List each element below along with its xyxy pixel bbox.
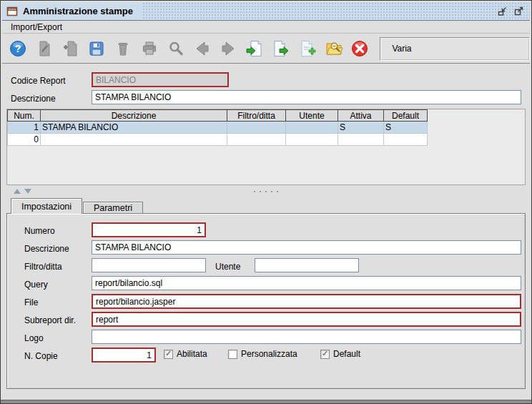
query-field[interactable] bbox=[92, 276, 521, 290]
abilitata-checkbox-label: Abilitata bbox=[177, 349, 207, 359]
search-button[interactable] bbox=[166, 39, 186, 59]
frame-bottom-border bbox=[1, 400, 531, 403]
exit-button[interactable] bbox=[350, 39, 370, 59]
subreport-dir-field[interactable] bbox=[92, 312, 521, 327]
n-copie-field[interactable] bbox=[92, 348, 156, 363]
status-box: Varia bbox=[380, 37, 530, 61]
maximize-icon[interactable] bbox=[512, 5, 524, 17]
file-field[interactable] bbox=[92, 294, 521, 309]
print-button[interactable] bbox=[139, 39, 159, 59]
personalizzata-checkbox-label: Personalizzata bbox=[241, 349, 297, 359]
column-header-utente[interactable]: Utente bbox=[286, 110, 338, 122]
save-button[interactable] bbox=[87, 39, 107, 59]
personalizzata-checkbox[interactable]: Personalizzata bbox=[228, 349, 297, 359]
codice-report-label: Codice Report bbox=[11, 76, 66, 86]
numero-field[interactable] bbox=[92, 222, 206, 237]
next-button[interactable] bbox=[219, 39, 239, 59]
checkbox-icon bbox=[228, 350, 237, 359]
checkbox-icon bbox=[320, 350, 330, 359]
column-header-descrizione[interactable]: Descrizione bbox=[41, 110, 227, 122]
internal-frame: Amministrazione stampe Import/Export bbox=[0, 0, 532, 404]
menu-bar: Import/Export bbox=[2, 21, 530, 34]
descrizione-field[interactable] bbox=[92, 240, 521, 255]
add-report-button[interactable] bbox=[297, 39, 317, 59]
subreport-dir-label: Subreport dir. bbox=[24, 315, 76, 325]
n-copie-label: N. Copie bbox=[24, 351, 58, 361]
filtro-ditta-field[interactable] bbox=[92, 258, 206, 272]
default-checkbox[interactable]: Default bbox=[320, 349, 360, 359]
table-header-row: Num. Descrizione Filtro/ditta Utente Att… bbox=[8, 110, 428, 122]
tab-parametri[interactable]: Parametri bbox=[83, 202, 143, 214]
help-button[interactable]: ? bbox=[8, 39, 28, 59]
tab-impostazioni[interactable]: Impostazioni bbox=[11, 198, 82, 214]
status-text: Varia bbox=[392, 44, 411, 54]
window-title: Amministrazione stampe bbox=[23, 6, 133, 16]
descrizione-label: Descrizione bbox=[24, 244, 69, 254]
numero-label: Numero bbox=[24, 226, 55, 236]
filtro-ditta-label: Filtro/ditta bbox=[24, 262, 62, 272]
previous-button[interactable] bbox=[192, 39, 212, 59]
descrizione-header-field[interactable] bbox=[92, 90, 521, 104]
table-row[interactable]: 0 bbox=[8, 134, 428, 146]
file-label: File bbox=[24, 297, 38, 307]
find-file-button[interactable] bbox=[324, 39, 344, 59]
svg-text:?: ? bbox=[15, 43, 21, 54]
collapse-down-icon[interactable] bbox=[24, 189, 31, 194]
column-header-filtro[interactable]: Filtro/ditta bbox=[227, 110, 286, 122]
table-row[interactable]: 1 STAMPA BILANCIO S S bbox=[8, 122, 428, 134]
title-label-zone: Amministrazione stampe bbox=[2, 2, 143, 20]
checkbox-icon bbox=[164, 350, 173, 359]
codice-report-field[interactable] bbox=[92, 72, 229, 87]
delete-button[interactable] bbox=[113, 39, 133, 59]
column-header-num[interactable]: Num. bbox=[8, 110, 41, 122]
utente-label: Utente bbox=[215, 262, 240, 272]
column-header-default[interactable]: Default bbox=[384, 110, 428, 122]
column-header-attiva[interactable]: Attiva bbox=[338, 110, 384, 122]
logo-label: Logo bbox=[24, 333, 44, 343]
reports-table: Num. Descrizione Filtro/ditta Utente Att… bbox=[6, 109, 526, 185]
logo-field[interactable] bbox=[92, 330, 521, 344]
title-bar[interactable]: Amministrazione stampe bbox=[2, 2, 530, 21]
divider-grip-icon bbox=[254, 191, 255, 192]
edit-document-button[interactable] bbox=[34, 39, 54, 59]
collapse-up-icon[interactable] bbox=[14, 189, 21, 194]
import-button[interactable] bbox=[245, 39, 265, 59]
abilitata-checkbox[interactable]: Abilitata bbox=[164, 349, 207, 359]
descrizione-header-label: Descrizione bbox=[11, 94, 56, 104]
toolbar: ? bbox=[2, 34, 530, 64]
export-button[interactable] bbox=[271, 39, 291, 59]
query-label: Query bbox=[24, 280, 48, 290]
menu-import-export[interactable]: Import/Export bbox=[8, 21, 65, 33]
restore-icon[interactable] bbox=[496, 5, 508, 17]
utente-field[interactable] bbox=[255, 258, 359, 272]
split-divider[interactable] bbox=[2, 187, 530, 195]
default-checkbox-label: Default bbox=[333, 349, 360, 359]
window-icon bbox=[6, 6, 18, 17]
copy-document-button[interactable] bbox=[61, 39, 81, 59]
